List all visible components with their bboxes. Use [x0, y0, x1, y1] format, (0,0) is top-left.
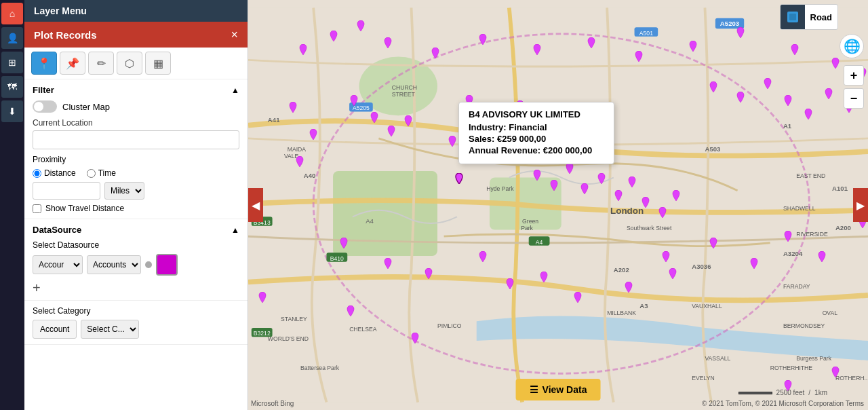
map-pin[interactable] [533, 44, 541, 57]
distance-radio-option[interactable]: Distance [33, 168, 76, 178]
map-pin[interactable] [431, 48, 439, 60]
road-toggle[interactable]: Road [780, 4, 839, 30]
polygon-tool-button[interactable]: ⬡ [117, 52, 142, 75]
attribution: © 2021 TomTom, © 2021 Microsoft Corporat… [702, 400, 864, 407]
map-pin[interactable] [804, 109, 812, 122]
show-travel-distance-row[interactable]: Show Travel Distance [33, 204, 239, 213]
map-pin[interactable] [628, 176, 636, 189]
time-radio-option[interactable]: Time [87, 168, 116, 178]
svg-text:EAST END: EAST END [796, 172, 825, 179]
map-pin[interactable] [580, 183, 589, 196]
view-data-button[interactable]: ☰ View Data [516, 379, 601, 400]
map-pin[interactable] [533, 170, 541, 183]
map-pin[interactable] [587, 37, 595, 50]
map-pin[interactable] [784, 231, 792, 244]
map-pin[interactable] [357, 20, 365, 33]
map-pin[interactable] [689, 41, 697, 54]
map-pin[interactable] [340, 238, 348, 250]
map-pin[interactable] [384, 258, 392, 271]
map-pin[interactable] [642, 197, 650, 210]
add-datasource-button[interactable]: + [33, 281, 41, 295]
color-swatch[interactable] [156, 254, 178, 276]
map-pin[interactable] [299, 44, 307, 57]
current-location-label: Current Location [33, 118, 239, 128]
map-pin[interactable] [614, 190, 623, 203]
map-pin[interactable] [750, 258, 758, 271]
map-pin[interactable] [506, 278, 514, 291]
category-select[interactable]: Select C... [81, 320, 139, 339]
map-pin[interactable] [347, 305, 355, 318]
map-pin[interactable] [387, 126, 395, 138]
map-pin[interactable] [736, 27, 745, 40]
map-pin[interactable] [479, 251, 487, 264]
map-pin[interactable] [825, 88, 833, 101]
distance-radio[interactable] [33, 169, 41, 178]
map-pin[interactable] [479, 34, 487, 47]
zoom-in-button[interactable]: + [844, 65, 864, 86]
map-pin[interactable] [597, 173, 606, 186]
datasource-type-select[interactable]: Accour Account [33, 255, 83, 274]
distance-unit-select[interactable]: Miles Km [104, 182, 144, 200]
distance-input[interactable] [33, 182, 100, 200]
panel-collapse-button[interactable]: ◀ [248, 188, 263, 222]
map-pin[interactable] [709, 81, 717, 94]
map-pin[interactable] [258, 292, 267, 305]
map-pin[interactable] [566, 163, 574, 176]
table-tool-button[interactable]: ▦ [145, 52, 171, 75]
location-tool-button[interactable]: 📍 [31, 52, 57, 75]
time-radio[interactable] [87, 169, 96, 178]
sidebar-icon-download[interactable]: ⬇ [1, 100, 23, 122]
map-pin[interactable] [662, 251, 670, 264]
map-pin[interactable] [764, 78, 772, 91]
map-pin[interactable] [831, 58, 840, 71]
map-pin[interactable] [736, 92, 745, 105]
map-pin[interactable] [831, 367, 840, 379]
datasource-chevron-icon: ▲ [231, 225, 239, 235]
map-pin[interactable] [791, 44, 799, 57]
zoom-out-button[interactable]: − [844, 88, 864, 109]
sidebar-icon-map[interactable]: 🗺 [1, 76, 23, 98]
show-travel-distance-checkbox[interactable] [33, 204, 41, 213]
map-pin[interactable] [574, 292, 582, 305]
panel-expand-right-button[interactable]: ▶ [853, 188, 868, 222]
map-pin[interactable] [289, 102, 297, 115]
account-category-button[interactable]: Account [33, 320, 77, 339]
category-row: Account Select C... [33, 320, 239, 339]
datasource-section-header[interactable]: DataSource ▲ [33, 225, 239, 235]
svg-text:FARADAY: FARADAY [783, 283, 810, 290]
map-pin[interactable] [384, 37, 392, 50]
map-pin[interactable] [296, 156, 304, 169]
map-pin[interactable] [350, 95, 358, 108]
map-pin[interactable] [784, 95, 792, 108]
scale-label-1km: 1km [814, 389, 827, 396]
map-pin[interactable] [658, 207, 667, 220]
map-pin-active[interactable] [455, 173, 463, 186]
sidebar-icon-layers[interactable]: ⊞ [1, 52, 23, 73]
sidebar-icon-home[interactable]: ⌂ [1, 3, 23, 24]
datasource-view-select[interactable]: Accounts Account [87, 255, 141, 274]
map-pin[interactable] [550, 180, 558, 193]
cluster-map-toggle[interactable] [33, 100, 57, 113]
map-pin[interactable] [540, 272, 548, 284]
map-pin[interactable] [330, 31, 338, 43]
map-pin[interactable] [425, 268, 433, 281]
sidebar-icon-user[interactable]: 👤 [1, 27, 23, 49]
map-pin[interactable] [625, 282, 633, 295]
current-location-input[interactable] [33, 130, 239, 149]
draw-tool-button[interactable]: ✏ [88, 52, 114, 75]
map-pin[interactable] [411, 333, 419, 346]
map-pin[interactable] [309, 129, 317, 142]
map-pin[interactable] [448, 136, 456, 149]
map-pin[interactable] [672, 190, 680, 203]
panel-close-button[interactable]: × [231, 29, 238, 41]
globe-button[interactable]: 🌐 [840, 34, 864, 58]
map-pin[interactable] [669, 268, 677, 281]
map-pin[interactable] [818, 251, 826, 264]
map-pin[interactable] [370, 112, 378, 125]
map-container[interactable]: A41 A40 A4 A503 A1 A202 A3 A3036 A3204 A… [248, 0, 868, 410]
filter-section-header[interactable]: Filter ▲ [33, 85, 239, 95]
map-pin[interactable] [404, 115, 412, 128]
map-pin[interactable] [635, 51, 643, 64]
pin-tool-button[interactable]: 📌 [60, 52, 85, 75]
map-pin[interactable] [709, 238, 717, 250]
